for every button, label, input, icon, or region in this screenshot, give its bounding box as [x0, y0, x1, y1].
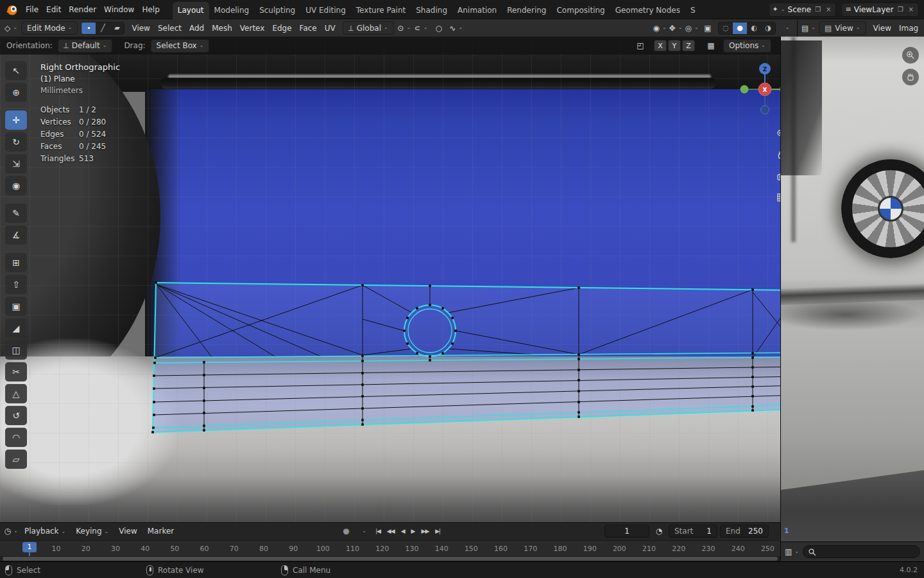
shading-options-dropdown[interactable] [779, 22, 793, 35]
shading-rendered[interactable]: ◑ [761, 22, 775, 34]
workspace-tab[interactable]: Rendering [502, 2, 551, 19]
new-scene-button[interactable]: ❐ [814, 6, 822, 13]
viewport-3d[interactable]: Orientation: ⟂ Default Drag: Select Box … [0, 37, 780, 522]
topbar-menu-item[interactable]: File [22, 3, 42, 16]
shading-wireframe[interactable]: ◌ [719, 22, 733, 34]
image-pan-hand-icon[interactable] [902, 69, 919, 85]
transport-play-reverse[interactable]: ◀ [398, 527, 408, 536]
playhead[interactable]: 1 [22, 542, 37, 552]
viewport-menu-item[interactable]: Mesh [208, 22, 236, 35]
transport-jump-to-end[interactable]: ▶| [432, 527, 443, 536]
workspace-tab[interactable]: Texture Paint [351, 2, 411, 19]
stopwatch-icon[interactable]: ◔ [652, 525, 666, 538]
workspace-tab[interactable]: Geometry Nodes [610, 2, 685, 19]
topbar-menu-item[interactable]: Edit [42, 3, 65, 16]
toolbar-expand-arrow[interactable]: ⌄ [5, 486, 27, 493]
view-layer-selector[interactable]: ≡ ViewLayer ❐ × [841, 3, 919, 17]
start-frame-field[interactable]: Start 1 [669, 525, 717, 538]
viewport-menu-item[interactable]: UV [321, 22, 339, 35]
tool-loop-cut[interactable]: ◫ [5, 340, 27, 360]
camera-view-icon[interactable] [774, 168, 780, 184]
viewport-menu-item[interactable]: Face [296, 22, 321, 35]
image-mode-dropdown[interactable]: ▤ View [819, 21, 866, 35]
gizmo-z-label[interactable]: Z [763, 66, 767, 73]
viewport-menu-item[interactable]: Add [185, 22, 208, 35]
transport-next-keyframe[interactable]: ▶▶ [418, 527, 432, 536]
tool-scale[interactable]: ⇲ [5, 154, 27, 173]
record-button[interactable]: ● [339, 525, 354, 538]
image-editor-content[interactable]: 1 [781, 37, 924, 541]
tool-add-cube[interactable]: ⊞ [5, 253, 27, 272]
mode-face-select[interactable]: ▰ [110, 22, 124, 34]
proportional-editing-toggle[interactable]: ○ [432, 22, 446, 35]
snap-dropdown[interactable]: ∪ [415, 22, 429, 35]
topbar-menu-item[interactable]: Window [100, 3, 138, 16]
workspace-tab[interactable]: Sculpting [254, 2, 300, 19]
workspace-tab[interactable]: S [685, 2, 701, 19]
ortho-grid-icon[interactable] [774, 189, 780, 206]
toggle-gizmos[interactable]: ✥ [669, 22, 683, 35]
transport-jump-to-start[interactable]: |◀ [373, 527, 384, 536]
tool-smooth[interactable]: ◠ [5, 428, 27, 447]
remove-view-layer-button[interactable]: × [907, 6, 915, 13]
mirror-icon[interactable]: ◰ [633, 39, 647, 52]
shading-material-preview[interactable]: ◐ [747, 22, 761, 34]
delete-scene-button[interactable]: × [825, 6, 832, 13]
workspace-tab[interactable]: Compositing [551, 2, 610, 19]
viewport-menu-item[interactable]: Edge [268, 22, 295, 35]
orientation-default-dropdown[interactable]: ⟂ Default [58, 39, 113, 53]
tool-inset-faces[interactable]: ▣ [5, 297, 27, 316]
falloff-dropdown[interactable]: ∿ [449, 22, 463, 35]
blender-logo-icon[interactable] [5, 4, 19, 15]
search-input[interactable] [819, 547, 915, 556]
options-dropdown[interactable]: Options [723, 39, 771, 53]
scene-browse-icon[interactable]: ✦ [773, 5, 785, 13]
tool-spin[interactable]: ↺ [5, 406, 27, 425]
tool-cursor[interactable]: ⊕ [5, 83, 27, 102]
pan-hand-icon[interactable] [774, 146, 780, 163]
timeline-scrollbar[interactable] [0, 556, 780, 561]
tool-edge-slide[interactable]: ▱ [5, 450, 27, 469]
view-layer-name[interactable]: ViewLayer [854, 5, 894, 14]
timeline-view-menu[interactable]: View [115, 525, 141, 538]
viewport-menu-item[interactable]: Vertex [236, 22, 269, 35]
image-editor-menu-item[interactable]: Imag [895, 22, 922, 35]
mirror-axis-button[interactable]: Z [682, 40, 695, 51]
mode-vertex-select[interactable]: ∙ [81, 22, 96, 34]
tool-extrude-region[interactable]: ⇧ [5, 275, 27, 294]
image-editor-type-button[interactable]: ▤ [801, 22, 816, 35]
snap-grid-icon[interactable]: ▦ [704, 39, 718, 52]
tool-transform[interactable]: ◉ [5, 176, 27, 195]
scene-selector[interactable]: ✦ Scene ❐ × [769, 3, 837, 17]
end-frame-field[interactable]: End 250 [720, 525, 769, 538]
playback-menu[interactable]: Playback [21, 525, 69, 538]
workspace-tab[interactable]: Shading [411, 2, 452, 19]
workspace-tab[interactable]: Layout [173, 2, 209, 19]
record-options-dropdown[interactable] [356, 525, 370, 538]
tool-measure[interactable]: ∡ [5, 225, 27, 245]
viewport-menu-item[interactable]: Select [154, 22, 185, 35]
transport-play[interactable]: ▶ [408, 527, 418, 536]
scene-name[interactable]: Scene [788, 5, 812, 14]
tool-rotate[interactable]: ↻ [5, 132, 27, 152]
tool-annotate[interactable]: ✎ [5, 204, 27, 223]
current-frame-field[interactable]: 1 [604, 525, 649, 538]
gizmo-x-label[interactable]: X [763, 87, 767, 93]
toggle-overlays[interactable]: ◎ [685, 22, 699, 35]
toggle-visibility[interactable]: ◉ [653, 22, 667, 35]
search-box[interactable] [803, 545, 920, 558]
keying-menu[interactable]: Keying [72, 525, 112, 538]
mode-dropdown[interactable]: Edit Mode [21, 21, 78, 35]
tool-knife[interactable]: ✂ [5, 362, 27, 381]
marker-menu[interactable]: Marker [144, 525, 178, 538]
mirror-axis-button[interactable]: Y [668, 40, 681, 51]
mirror-axis-button[interactable]: X [654, 40, 667, 51]
workspace-tab[interactable]: Modeling [209, 2, 255, 19]
mode-edge-select[interactable]: ╱ [96, 22, 110, 34]
image-editor-menu-item[interactable]: View [869, 22, 895, 35]
workspace-tab[interactable]: Animation [452, 2, 502, 19]
new-view-layer-button[interactable]: ❐ [896, 6, 905, 13]
transform-orientation-dropdown[interactable]: ⟂ Global [343, 21, 394, 35]
image-zoom-icon[interactable] [902, 47, 919, 64]
transport-prev-keyframe[interactable]: ◀◀ [384, 527, 398, 536]
